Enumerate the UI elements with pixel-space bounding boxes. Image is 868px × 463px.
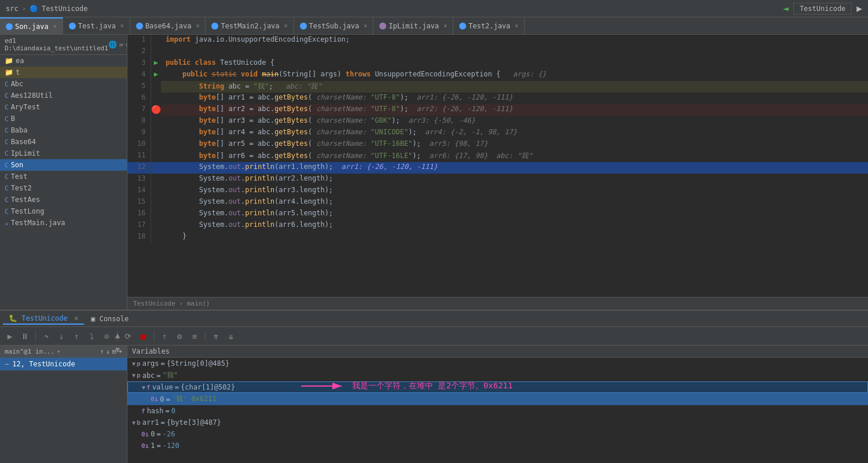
toolbar-btn-settings[interactable]: ⚙ [173,330,186,343]
sidebar-label-testaes: TestAes [11,196,41,204]
sidebar-item-abc[interactable]: C Abc [0,78,127,90]
var-row-value-0[interactable]: 0ı 0 = '我' 0x6211 [127,393,868,405]
class-icon-abc: C [5,80,9,88]
var-eq-arr1-0: = [156,430,160,438]
line-num-10: 10 [127,139,151,150]
error-icon-7: 🔴 [151,105,161,114]
toolbar-btn-resume[interactable]: ▶ [3,330,16,343]
var-row-value[interactable]: ▼ f value = {char[1]@502} [127,381,868,393]
sidebar-item-testmain-java[interactable]: ☕ TestMain.java [0,217,127,229]
debug-left-panel: main"@1 in... ▾ ↑ ↓ ⊟ + − 12, TestUnicod… [0,346,127,463]
sidebar-item-ea[interactable]: 📁 ea [0,55,127,67]
toolbar-btn-stop[interactable]: ■ [137,330,149,343]
sidebar-label-testmain-java: TestMain.java [11,219,65,227]
var-row-arr1-1[interactable]: 0ı 1 = -120 [127,440,868,451]
tab-base64[interactable]: Base64.java × [130,17,206,34]
var-name-value-0: 0 [160,395,164,403]
nav-forward-btn[interactable]: ▶ [856,3,862,14]
toolbar-btn-restore[interactable]: ⇑ [158,330,171,343]
line-num-11: 11 [127,150,151,162]
var-row-abc[interactable]: ▼ p abc = "我" [127,369,868,381]
line-num-9: 9 [127,127,151,139]
tab-test2[interactable]: Test2.java × [453,17,525,34]
debug-up-btn[interactable]: ↑ [100,348,104,355]
tab-testmain2[interactable]: TestMain2.java × [206,17,294,34]
sidebar-item-test2[interactable]: C Test2 [0,182,127,194]
sidebar-item-iplimit[interactable]: C IpLimit [0,148,127,159]
sidebar-tool-split[interactable]: ⇌ [119,41,123,49]
run-icon-3[interactable]: ▶ [154,58,158,67]
toolbar-btn-export[interactable]: ⇈ [210,330,222,343]
var-name-arr1-1: 1 [151,442,155,450]
sidebar-item-b[interactable]: C B [0,113,127,124]
debug-nav-down[interactable]: ▼ [111,346,124,356]
line-gutter-15 [151,197,161,208]
tab-console-debug[interactable]: ▣ Console [85,314,134,324]
sidebar-item-t[interactable]: 📁 t [0,67,127,78]
toolbar-btn-stepinto[interactable]: ↓ [55,330,68,343]
line-num-2: 2 [127,46,151,58]
tab-label-base64: Base64.java [145,22,191,30]
run-icon-4[interactable]: ▶ [154,70,158,78]
debug-dropdown-arrow[interactable]: ▾ [57,348,61,355]
var-row-args[interactable]: ▼ p args = {String[0]@485} [127,358,868,369]
debug-session-minus[interactable]: − [5,360,9,368]
var-row-hash[interactable]: f hash = 0 [127,405,868,417]
debug-tab-close[interactable]: × [74,314,78,322]
tab-close-testsub[interactable]: × [364,23,367,29]
sidebar-item-testaes[interactable]: C TestAes [0,194,127,205]
sidebar-item-baba[interactable]: C Baba [0,124,127,136]
var-toggle-args[interactable]: ▼ [132,361,135,367]
toolbar-btn-stepout[interactable]: ↑ [70,330,83,343]
class-icon: 🔵 [30,5,38,13]
var-toggle-arr1[interactable]: ▼ [132,420,135,426]
var-type-args: p [137,360,141,368]
tab-label-testmain2: TestMain2.java [221,22,279,30]
editor-footer: TestUnicode › main() [127,297,868,310]
sidebar-label-arytest: AryTest [11,103,41,111]
tab-test[interactable]: Test.java × [63,17,130,34]
sidebar-item-testlong[interactable]: C TestLong [0,205,127,217]
var-row-arr1-0[interactable]: 0ı 0 = -26 [127,428,868,440]
sidebar-item-arytest[interactable]: C AryTest [0,101,127,113]
tab-iplimit[interactable]: IpLimit.java × [373,17,453,34]
line-gutter-13 [151,174,161,185]
var-toggle-abc[interactable]: ▼ [132,372,135,379]
tab-close-test2[interactable]: × [515,23,518,29]
tab-son[interactable]: Son.java × [0,17,63,34]
toolbar-btn-pause[interactable]: ⏸ [19,330,31,343]
tab-testsub[interactable]: TestSub.java × [294,17,374,34]
toolbar-btn-list[interactable]: ≡ [188,330,201,343]
var-toggle-value[interactable]: ▼ [142,384,145,391]
debug-down-btn[interactable]: ↓ [106,348,110,355]
toolbar-btn-stepover[interactable]: ↷ [40,330,53,343]
tab-testunicode-debug[interactable]: 🐛 TestUnicode × [3,313,84,325]
var-type-hash: f [141,407,145,415]
toolbar-btn-import[interactable]: ⇊ [225,330,237,343]
var-val-arr1-1: -120 [163,442,180,450]
sidebar-label-baba: Baba [11,126,28,134]
var-name-hash: hash [147,407,164,415]
tab-close-testmain2[interactable]: × [284,23,288,29]
sidebar-item-son[interactable]: C Son [0,159,127,171]
var-type-arr1-0: 0ı [141,431,149,438]
sidebar-item-test[interactable]: C Test [0,171,127,182]
tab-close-test[interactable]: × [120,23,124,29]
editor-breadcrumb: TestUnicode › main() [133,300,210,307]
sidebar-item-base64[interactable]: C Base64 [0,136,127,148]
line-gutter-5 [151,81,161,93]
bottom-panel: 🐛 TestUnicode × ▣ Console ▶ ⏸ ↷ ↓ ↑ ⤵ ⊙ … [0,310,868,463]
sidebar-item-aes128util[interactable]: C Aes128Util [0,90,127,101]
line-code-6: byte[] arr1 = abc.getBytes( charsetName:… [161,93,868,104]
tab-close-base64[interactable]: × [196,23,199,29]
editor-content[interactable]: 1 import java.io.UnsupportedEncodingExce… [127,35,868,297]
toolbar-btn-runcursor[interactable]: ⤵ [85,330,98,343]
toolbar-separator-3 [153,331,154,341]
nav-back-btn[interactable]: ◄ [783,3,789,14]
tab-close-iplimit[interactable]: × [444,23,447,29]
sidebar-label-son: Son [11,161,24,169]
var-row-arr1[interactable]: ▼ b arr1 = {byte[3]@487} [127,417,868,428]
tab-close-son[interactable]: × [53,23,57,30]
sidebar-tool-globe[interactable]: 🌐 [108,41,117,49]
debug-session-item[interactable]: − 12, TestUnicode [0,358,127,370]
